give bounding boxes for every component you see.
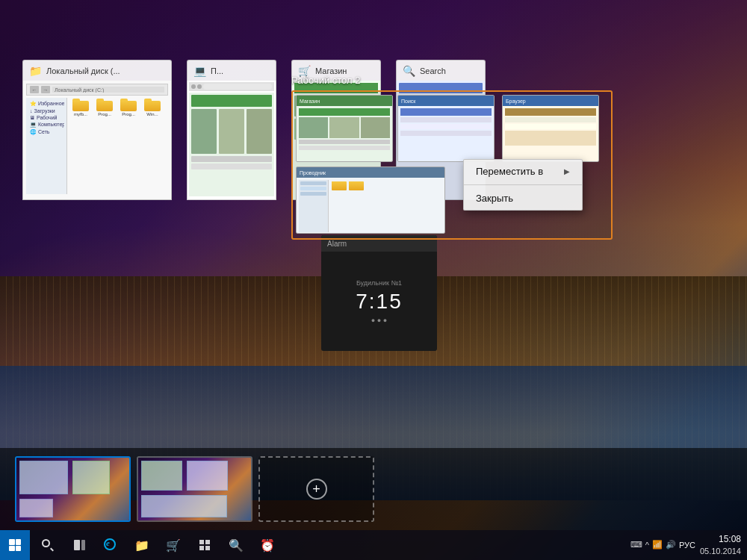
taskbar-tiles-button[interactable] — [190, 530, 220, 560]
taskbar: e 📁 🛒 — [0, 530, 747, 560]
browser-titlebar: 💻 П... — [187, 60, 276, 81]
exp-btn-1: ← — [30, 86, 39, 93]
ctx-close-label: Закрыть — [476, 193, 513, 204]
page-images — [191, 109, 272, 154]
ie-circle: e — [104, 538, 116, 550]
ctx-move-arrow: ▶ — [564, 167, 570, 175]
taskbar-clock[interactable]: 15:08 05.10.2014 — [700, 534, 741, 556]
folder-2: Prog... — [94, 101, 115, 117]
search-circle — [42, 539, 50, 547]
explorer-title: Локальный диск (... — [46, 66, 165, 75]
page-header — [191, 95, 272, 107]
store-title: Магазин — [315, 66, 374, 75]
logo-sq-2 — [16, 539, 22, 545]
d2-win-content-1 — [297, 106, 392, 162]
vd-windows-2 — [138, 458, 251, 520]
vd-mini-w2 — [187, 461, 228, 491]
tiles-icon — [199, 540, 210, 550]
alarm-status: ● ● ● — [371, 317, 387, 324]
browser-icon: 💻 — [193, 65, 206, 77]
taskbar-search2-button[interactable]: 🔍 — [221, 530, 251, 560]
taskbar-search-button[interactable] — [33, 530, 63, 560]
d2-win-title-2: Поиск — [401, 99, 415, 104]
context-menu: Переместить в ▶ Закрыть — [463, 159, 583, 211]
vd-mini-w3 — [141, 495, 227, 517]
browser-url — [203, 84, 272, 90]
taskbar-store-button[interactable]: 🛒 — [158, 530, 188, 560]
browser-title: П... — [211, 66, 270, 75]
sidebar-item-1: ⭐ Избранное — [28, 100, 64, 108]
volume-icon[interactable]: 🔊 — [666, 540, 676, 550]
vd-inner-2 — [138, 458, 251, 520]
search-title: Search — [420, 66, 479, 75]
start-button[interactable] — [0, 530, 30, 560]
page-text-2 — [191, 164, 272, 169]
folder-4: Win... — [142, 101, 163, 117]
ctx-item-close[interactable]: Закрыть — [464, 187, 582, 210]
vd-thumb-1[interactable] — [15, 456, 131, 522]
browser-content — [187, 81, 276, 200]
vd-mini-search — [19, 499, 53, 517]
clock-time: 15:08 — [700, 534, 741, 546]
tray-arrow[interactable]: ^ — [645, 541, 649, 550]
exp-sidebar: ⭐ Избранное ↓ Загрузки 🖥 Рабочий 💻 Компь… — [26, 98, 67, 194]
tile-3 — [199, 546, 204, 550]
search-icon-container — [42, 539, 54, 551]
alarms-window[interactable]: Alarm Будильник №1 7:15 ● ● ● — [321, 235, 437, 351]
taskbar-ie-button[interactable]: e — [96, 530, 125, 560]
taskbar-taskview-button[interactable] — [64, 530, 94, 560]
alarms-taskbar-icon: ⏰ — [260, 538, 275, 553]
vd-mini-store — [72, 461, 110, 494]
network-icon[interactable]: 📶 — [652, 540, 663, 550]
d2-win-title-3: Браузер — [506, 99, 526, 104]
virtual-desktops-strip: + — [0, 448, 747, 530]
nav-dot-2 — [197, 84, 202, 89]
vd-thumb-2[interactable] — [137, 456, 252, 522]
d2-win-title-4: Проводник — [300, 170, 326, 175]
folder-1: myfb... — [70, 101, 91, 117]
taskbar-right: ⌨ ^ 📶 🔊 РУС 15:08 05.10.2014 — [630, 534, 747, 556]
explorer-taskbar-icon: 📁 — [134, 538, 149, 553]
sidebar-item-2: ↓ Загрузки — [28, 108, 64, 114]
win-thumb-explorer[interactable]: 📁 Локальный диск (... ← → Локальный диск… — [22, 60, 172, 200]
logo-sq-3 — [9, 546, 15, 552]
d2-win-content-3 — [503, 106, 598, 162]
taskbar-alarms-button[interactable]: ⏰ — [252, 530, 282, 560]
vd-mini-w1 — [141, 461, 182, 491]
logo-sq-1 — [9, 539, 15, 545]
explorer-toolbar: ← → Локальный диск (C:) — [26, 84, 168, 96]
taskbar-icons: e 📁 🛒 — [30, 530, 285, 560]
win-thumb-browser[interactable]: 💻 П... — [187, 60, 276, 200]
nav-dot-1 — [191, 84, 196, 89]
d2-win-content-4 — [297, 178, 444, 234]
folder-3: Prog... — [118, 101, 139, 117]
d2-win-1[interactable]: Магазин — [296, 95, 393, 162]
ctx-move-label: Переместить в — [476, 166, 543, 177]
tile-2 — [205, 540, 210, 544]
taskbar-explorer-button[interactable]: 📁 — [127, 530, 157, 560]
ctx-item-move[interactable]: Переместить в ▶ — [464, 160, 582, 183]
d2-win-title-1: Магазин — [300, 99, 320, 104]
d2-win-3[interactable]: Браузер — [502, 95, 599, 162]
search-handle — [50, 548, 54, 552]
d2-win-4[interactable]: Проводник — [296, 167, 445, 234]
alarm-time: 7:15 — [356, 290, 403, 314]
ctx-separator — [464, 184, 582, 185]
explorer-titlebar: 📁 Локальный диск (... — [22, 60, 172, 81]
keyboard-icon[interactable]: ⌨ — [630, 540, 642, 550]
d2-win-content-2 — [398, 106, 494, 162]
d2-win-2[interactable]: Поиск — [397, 95, 495, 162]
desktop2-group: Рабочий стол 2 Магазин — [291, 75, 613, 240]
explorer-content: ← → Локальный диск (C:) ⭐ Избранное ↓ За… — [22, 81, 172, 200]
sys-tray-icons: ⌨ ^ 📶 🔊 РУС — [630, 540, 695, 550]
vd-add-icon: + — [306, 479, 327, 500]
sidebar-item-4: 💻 Компьютер — [28, 121, 64, 128]
vd-add-button[interactable]: + — [258, 456, 374, 522]
logo-sq-4 — [16, 546, 22, 552]
alarms-body: Будильник №1 7:15 ● ● ● — [321, 252, 437, 351]
sidebar-item-3: 🖥 Рабочий — [28, 114, 64, 121]
vd-windows-1 — [16, 458, 129, 520]
explorer-body: ⭐ Избранное ↓ Загрузки 🖥 Рабочий 💻 Компь… — [26, 98, 168, 194]
store-taskbar-icon: 🛒 — [166, 538, 181, 553]
vd-inner-1 — [16, 458, 129, 520]
